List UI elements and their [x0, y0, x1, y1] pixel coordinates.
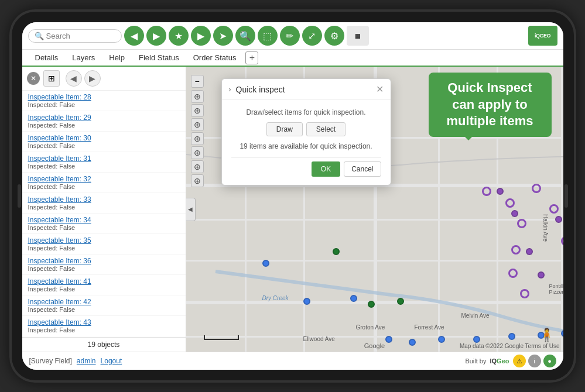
sidebar-back-button[interactable]: ◀ [66, 70, 82, 87]
star-button[interactable]: ★ [169, 26, 189, 46]
sidebar-forward-button[interactable]: ▶ [84, 70, 101, 87]
map-area[interactable]: Dry Creek Ellwood Ave Groton Ave Forrest… [186, 67, 563, 352]
modal-action-buttons: Draw Select [231, 122, 381, 136]
modal-header: › Quick inspect ✕ [222, 79, 391, 100]
list-item[interactable]: Inspectable Item: 36 Inspected: False [22, 255, 186, 275]
bottom-bar-right: Built by IQGeo ⚠ i ● [465, 355, 556, 367]
admin-link[interactable]: admin [77, 357, 96, 365]
search-icon: 🔍 [35, 32, 44, 40]
ok-button[interactable]: OK [312, 161, 340, 177]
map-google-attribution: Google [364, 342, 385, 349]
modal-description: Draw/select items for quick inspection. [231, 108, 381, 116]
search-input[interactable] [46, 32, 117, 40]
nav-bar: Details Layers Help Field Status Order S… [22, 50, 563, 67]
settings-button[interactable]: ⚙ [324, 26, 344, 46]
toolbar-logo: iQGEO [528, 26, 557, 46]
list-item[interactable]: Inspectable Item: 31 Inspected: False [22, 152, 186, 173]
modal-chevron-icon: › [229, 85, 231, 94]
logout-link[interactable]: Logout [101, 357, 122, 365]
back-button[interactable]: ◀ [124, 26, 144, 46]
sidebar-grid-button[interactable]: ⊞ [43, 70, 60, 87]
cancel-button[interactable]: Cancel [344, 161, 381, 177]
modal-count-text: 19 items are available for quick inspect… [231, 142, 381, 150]
logo-button[interactable]: ▦ [347, 26, 369, 46]
edit-button[interactable]: ✏ [280, 26, 300, 46]
expand-button[interactable]: ⤢ [302, 26, 322, 46]
status-icon[interactable]: ● [543, 355, 556, 367]
bottom-icons: ⚠ i ● [513, 355, 556, 367]
forward-button[interactable]: ▶ [146, 26, 166, 46]
tooltip-callout: Quick Inspect can apply to multiple item… [429, 73, 552, 137]
select-button[interactable]: Select [306, 122, 345, 136]
list-item[interactable]: Inspectable Item: 30 Inspected: False [22, 132, 186, 152]
list-item[interactable]: Inspectable Item: 41 Inspected: False [22, 275, 186, 295]
list-item[interactable]: Inspectable Item: 32 Inspected: False [22, 173, 186, 193]
modal-title: Quick inspect [236, 85, 371, 94]
device-frame: 🔍 ◀ ▶ ★ ▶ ➤ 🔍 ⬚ ✏ ⤢ ⚙ ▦ iQGEO Details La… [12, 12, 574, 380]
info-icon[interactable]: i [528, 355, 541, 367]
map-data-attribution: Map data ©2022 Google Terms of Use [460, 343, 560, 349]
warning-icon[interactable]: ⚠ [513, 355, 526, 367]
toolbar: 🔍 ◀ ▶ ★ ▶ ➤ 🔍 ⬚ ✏ ⤢ ⚙ ▦ iQGEO [22, 22, 563, 50]
nav-field-status[interactable]: Field Status [132, 50, 186, 66]
nav-layers[interactable]: Layers [65, 50, 102, 66]
zoom-button[interactable]: 🔍 [235, 26, 255, 46]
list-item[interactable]: Inspectable Item: 33 Inspected: False [22, 193, 186, 214]
list-item[interactable]: Inspectable Item: 28 Inspected: False [22, 91, 186, 111]
built-by-label: Built by [465, 357, 486, 365]
location-button[interactable]: ➤ [213, 26, 233, 46]
nav-details[interactable]: Details [28, 50, 66, 66]
list-item[interactable]: Inspectable Item: 43 Inspected: False [22, 316, 186, 336]
list-item[interactable]: Inspectable Item: 42 Inspected: False [22, 295, 186, 316]
modal-footer: OK Cancel [231, 157, 381, 177]
nav-help[interactable]: Help [102, 50, 132, 66]
nav-order-status[interactable]: Order Status [186, 50, 244, 66]
list-item[interactable]: Inspectable Item: 35 Inspected: False [22, 234, 186, 255]
quick-inspect-modal: › Quick inspect ✕ Draw/select items for … [221, 78, 391, 185]
iqgeo-brand: IQGeo [490, 357, 509, 365]
bottom-bar: [Survey Field] admin Logout Built by IQG… [22, 352, 563, 370]
select-button[interactable]: ⬚ [258, 26, 278, 46]
list-item[interactable]: Inspectable Item: 34 Inspected: False [22, 214, 186, 234]
sidebar-list: Inspectable Item: 28 Inspected: False In… [22, 91, 186, 337]
search-box[interactable]: 🔍 [28, 29, 122, 43]
sidebar-controls: ✕ ⊞ ◀ ▶ [22, 67, 186, 91]
modal-close-button[interactable]: ✕ [376, 84, 384, 95]
sidebar: ✕ ⊞ ◀ ▶ Inspectable Item: 28 Inspected: … [22, 67, 186, 352]
play-button[interactable]: ▶ [191, 26, 211, 46]
nav-add-button[interactable]: + [245, 51, 258, 64]
survey-field-label: [Survey Field] [29, 357, 72, 365]
list-item[interactable]: Inspectable Item: 29 Inspected: False [22, 111, 186, 132]
screen: 🔍 ◀ ▶ ★ ▶ ➤ 🔍 ⬚ ✏ ⤢ ⚙ ▦ iQGEO Details La… [22, 22, 563, 370]
sidebar-close-button[interactable]: ✕ [27, 72, 40, 85]
sidebar-footer: 19 objects [22, 337, 186, 352]
draw-button[interactable]: Draw [266, 122, 303, 136]
modal-body: Draw/select items for quick inspection. … [222, 100, 391, 185]
main-content: ✕ ⊞ ◀ ▶ Inspectable Item: 28 Inspected: … [22, 67, 563, 352]
